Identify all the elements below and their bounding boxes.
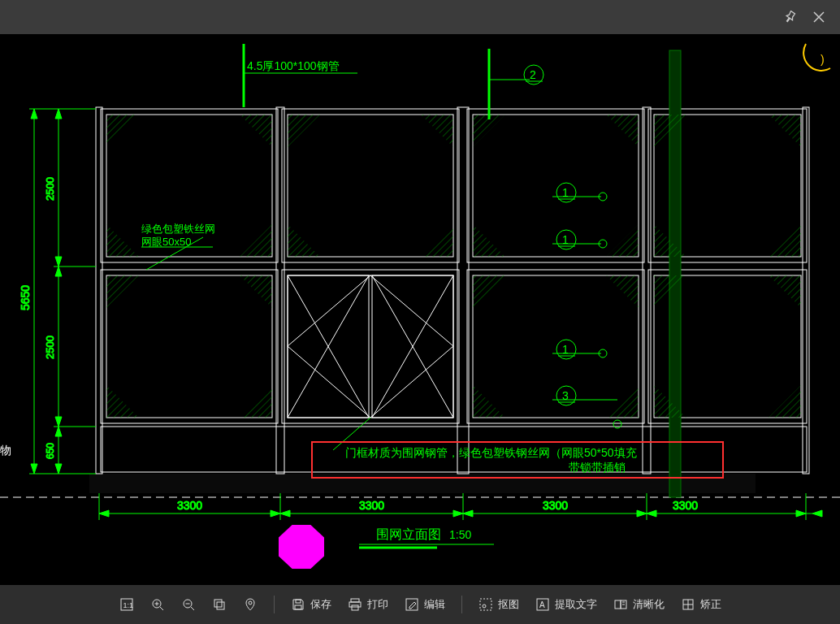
svg-rect-15	[106, 275, 272, 418]
print-label: 打印	[367, 597, 388, 612]
svg-rect-107	[352, 605, 358, 610]
svg-rect-11	[101, 270, 278, 423]
svg-rect-100	[214, 600, 222, 607]
callout-1b: 1	[562, 233, 569, 246]
viewer-toolbar: 1:1 保存 打印 编辑 抠图	[0, 585, 840, 624]
svg-rect-24	[803, 107, 809, 474]
dim-v-base: 650	[45, 443, 56, 459]
svg-rect-105	[351, 599, 359, 602]
pin-icon	[783, 11, 796, 24]
svg-line-98	[191, 607, 194, 610]
cutout-label: 抠图	[498, 597, 519, 612]
enhance-button[interactable]: 清晰化	[607, 592, 671, 617]
svg-marker-66	[55, 427, 62, 436]
svg-marker-58	[31, 464, 37, 474]
save-button[interactable]: 保存	[284, 592, 338, 617]
svg-text:): )	[821, 53, 825, 66]
zoom-in-button[interactable]	[144, 592, 171, 617]
print-icon	[348, 597, 362, 612]
svg-rect-8	[288, 115, 453, 257]
locate-button[interactable]	[236, 592, 264, 617]
deskew-label: 矫正	[700, 597, 721, 612]
drawing-scale: 1:50	[449, 528, 471, 541]
svg-point-102	[249, 601, 252, 604]
svg-text:A: A	[539, 600, 545, 609]
svg-marker-78	[463, 510, 473, 517]
zoom-in-icon	[150, 597, 165, 612]
svg-rect-20	[96, 107, 102, 474]
callout-3: 3	[562, 389, 569, 402]
clipped-text: 物	[0, 444, 11, 458]
ocr-button[interactable]: A 提取文字	[529, 592, 604, 617]
svg-rect-9	[473, 115, 639, 257]
bottom-note-1: 门框材质为围网钢管，绿色包塑铁钢丝网（网眼50*50填充	[345, 446, 637, 459]
dim-h2: 3300	[359, 499, 384, 512]
svg-marker-57	[31, 109, 37, 119]
edit-icon	[405, 597, 419, 612]
close-button[interactable]	[804, 2, 834, 32]
window-titlebar	[0, 0, 840, 34]
save-icon	[291, 597, 305, 612]
top-note: 4.5厚100*100钢管	[247, 59, 340, 72]
svg-marker-76	[280, 510, 290, 517]
zoom-out-button[interactable]	[175, 592, 202, 617]
copy-button[interactable]	[206, 592, 233, 617]
callout-1a: 1	[562, 186, 569, 199]
cutout-icon	[478, 597, 493, 612]
svg-text:1:1: 1:1	[123, 601, 133, 609]
svg-marker-67	[55, 464, 62, 474]
svg-rect-104	[295, 605, 301, 609]
dim-v-lower: 2500	[44, 336, 56, 359]
edit-button[interactable]: 编辑	[398, 592, 452, 617]
zoom-out-icon	[181, 597, 196, 612]
bottom-note-2: 带锁带插销	[569, 461, 626, 474]
svg-rect-16	[288, 275, 453, 418]
svg-rect-13	[467, 270, 644, 423]
ocr-icon: A	[535, 597, 550, 612]
pin-button[interactable]	[775, 2, 804, 32]
toolbar-separator	[274, 596, 275, 613]
dim-v-upper: 2500	[44, 177, 56, 201]
callout-2: 2	[530, 68, 536, 81]
svg-rect-4	[282, 109, 459, 262]
svg-marker-77	[453, 510, 463, 517]
save-label: 保存	[310, 597, 331, 612]
edit-label: 编辑	[424, 597, 445, 612]
close-icon	[813, 11, 825, 23]
actual-size-icon: 1:1	[119, 597, 134, 612]
svg-marker-65	[55, 417, 62, 427]
actual-size-button[interactable]: 1:1	[113, 592, 141, 617]
print-button[interactable]: 打印	[341, 592, 395, 617]
mesh-note-1: 绿色包塑铁丝网	[141, 223, 215, 235]
svg-rect-2	[89, 474, 756, 493]
svg-marker-79	[637, 510, 647, 517]
copy-icon	[212, 597, 227, 612]
svg-point-110	[483, 604, 486, 608]
drawing-title: 围网立面图	[376, 527, 441, 541]
cutout-button[interactable]: 抠图	[472, 592, 526, 617]
svg-line-85	[333, 418, 370, 450]
deskew-icon	[681, 597, 695, 612]
enhance-label: 清晰化	[633, 597, 665, 612]
svg-rect-17	[473, 275, 639, 418]
svg-rect-12	[282, 270, 459, 423]
dim-v-total: 5650	[19, 285, 32, 310]
cad-drawing: 4.5厚100*100钢管 2 1 1 1 3	[0, 34, 840, 585]
mesh-note-2: 网眼50x50	[141, 236, 191, 248]
deskew-button[interactable]: 矫正	[674, 592, 728, 617]
enhance-icon	[613, 597, 628, 612]
locate-icon	[243, 597, 258, 612]
svg-marker-82	[812, 510, 822, 517]
drawing-canvas[interactable]: 物	[0, 34, 840, 585]
svg-rect-103	[296, 600, 301, 603]
svg-rect-109	[480, 599, 491, 610]
callout-B: B	[291, 536, 306, 561]
svg-marker-62	[55, 109, 62, 119]
svg-rect-106	[349, 602, 361, 607]
svg-marker-74	[99, 510, 109, 517]
svg-rect-5	[467, 109, 644, 262]
svg-marker-63	[55, 257, 62, 266]
toolbar-separator-2	[461, 596, 462, 613]
ocr-label: 提取文字	[555, 597, 597, 612]
callout-1c: 1	[562, 343, 569, 356]
